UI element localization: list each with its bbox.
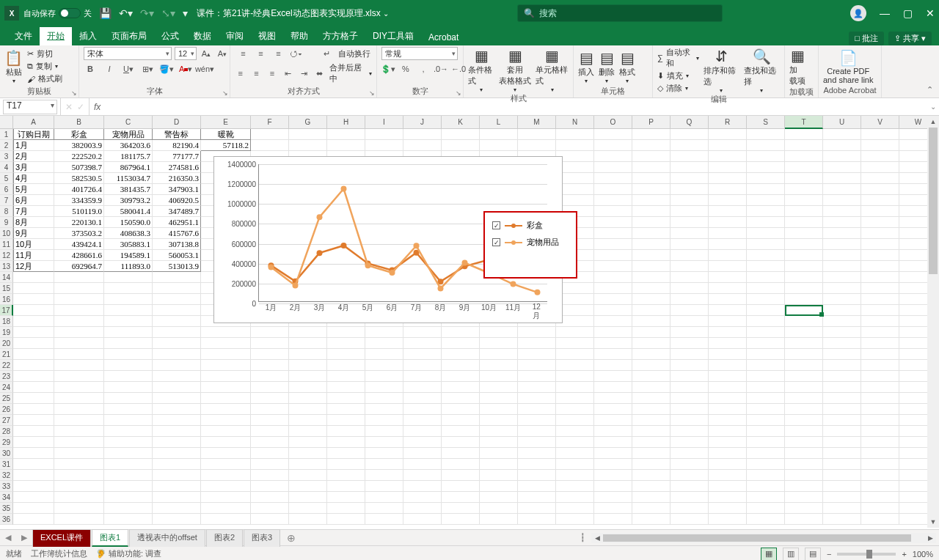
table-format-button[interactable]: ▦套用 表格格式▾ bbox=[499, 47, 531, 93]
col-header-E[interactable]: E bbox=[201, 116, 251, 129]
name-box[interactable]: T17 bbox=[3, 100, 57, 114]
sheet-tab-图表2[interactable]: 图表2 bbox=[206, 529, 243, 547]
row-header-11[interactable]: 11 bbox=[0, 239, 13, 250]
tab-文件[interactable]: 文件 bbox=[7, 27, 40, 45]
share-button[interactable]: ⇪ 共享 ▾ bbox=[888, 32, 932, 45]
zoom-out-icon[interactable]: − bbox=[827, 550, 831, 559]
legend-item-彩盒[interactable]: ✓彩盒 bbox=[492, 220, 569, 231]
row-header-26[interactable]: 26 bbox=[0, 404, 13, 415]
number-format-select[interactable]: 常规 bbox=[381, 47, 458, 60]
insert-cells-button[interactable]: ▤插入▾ bbox=[578, 49, 594, 84]
row-header-8[interactable]: 8 bbox=[0, 206, 13, 217]
row-header-7[interactable]: 7 bbox=[0, 195, 13, 206]
dialog-launcher-icon[interactable]: ↘ bbox=[456, 89, 461, 97]
col-header-P[interactable]: P bbox=[632, 116, 671, 129]
scroll-right-icon[interactable]: ▶ bbox=[924, 534, 936, 542]
percent-icon[interactable]: % bbox=[399, 62, 412, 75]
zoom-slider[interactable] bbox=[837, 553, 896, 556]
borders-icon[interactable]: ⊞▾ bbox=[141, 62, 154, 75]
format-painter-button[interactable]: 🖌格式刷 bbox=[27, 73, 62, 84]
grow-font-icon[interactable]: A▴ bbox=[200, 47, 213, 60]
search-input[interactable]: 🔍 搜索 bbox=[517, 4, 723, 22]
cell-styles-button[interactable]: ▦单元格样式▾ bbox=[536, 47, 569, 93]
maximize-icon[interactable]: ▢ bbox=[903, 7, 913, 19]
view-page-layout-icon[interactable]: ▥ bbox=[783, 548, 799, 561]
row-header-23[interactable]: 23 bbox=[0, 371, 13, 382]
cancel-formula-icon[interactable]: ✕ bbox=[65, 102, 73, 112]
fill-button[interactable]: ⬇填充▾ bbox=[657, 70, 699, 81]
sheet-tab-图表1[interactable]: 图表1 bbox=[92, 529, 128, 547]
col-header-K[interactable]: K bbox=[442, 116, 480, 129]
row-header-32[interactable]: 32 bbox=[0, 470, 13, 481]
col-header-O[interactable]: O bbox=[594, 116, 632, 129]
tab-帮助[interactable]: 帮助 bbox=[283, 27, 315, 45]
row-header-36[interactable]: 36 bbox=[0, 514, 13, 525]
redo-icon[interactable]: ↷▾ bbox=[140, 7, 154, 19]
currency-icon[interactable]: 💲▾ bbox=[381, 62, 395, 75]
status-a11y[interactable]: 🦻 辅助功能: 调查 bbox=[96, 548, 161, 559]
col-header-I[interactable]: I bbox=[365, 116, 403, 129]
paste-button[interactable]: 📋粘贴▾ bbox=[4, 49, 23, 84]
increase-decimal-icon[interactable]: .0→ bbox=[434, 62, 447, 75]
bold-icon[interactable]: B bbox=[84, 62, 97, 75]
col-header-B[interactable]: B bbox=[54, 116, 104, 129]
tab-DIY工具箱[interactable]: DIY工具箱 bbox=[365, 27, 421, 45]
phonetic-icon[interactable]: wén▾ bbox=[198, 62, 211, 75]
row-header-33[interactable]: 33 bbox=[0, 481, 13, 492]
status-workbook-stats[interactable]: 工作簿统计信息 bbox=[31, 548, 87, 559]
align-center-icon[interactable]: ≡ bbox=[251, 67, 263, 80]
col-header-G[interactable]: G bbox=[289, 116, 327, 129]
dialog-launcher-icon[interactable]: ↘ bbox=[71, 89, 77, 97]
fill-color-icon[interactable]: 🪣▾ bbox=[160, 62, 173, 75]
row-header-13[interactable]: 13 bbox=[0, 261, 13, 272]
row-header-28[interactable]: 28 bbox=[0, 426, 13, 437]
delete-cells-button[interactable]: ▤删除▾ bbox=[599, 49, 615, 84]
sheet-nav-next-icon[interactable]: ▶ bbox=[21, 533, 27, 542]
col-header-J[interactable]: J bbox=[403, 116, 442, 129]
undo-icon[interactable]: ↶▾ bbox=[119, 7, 133, 19]
expand-formula-bar-icon[interactable]: ⌄ bbox=[930, 103, 936, 111]
sheet-tab-透视表中的offset[interactable]: 透视表中的offset bbox=[129, 529, 205, 547]
italic-icon[interactable]: I bbox=[103, 62, 116, 75]
align-left-icon[interactable]: ≡ bbox=[235, 67, 246, 80]
zoom-in-icon[interactable]: + bbox=[902, 550, 906, 559]
row-header-4[interactable]: 4 bbox=[0, 162, 13, 173]
conditional-format-button[interactable]: ▦条件格式▾ bbox=[468, 47, 494, 93]
align-bottom-icon[interactable]: ≡ bbox=[272, 47, 285, 60]
row-header-5[interactable]: 5 bbox=[0, 173, 13, 184]
underline-icon[interactable]: U▾ bbox=[122, 62, 135, 75]
copy-button[interactable]: ⧉复制▾ bbox=[27, 61, 62, 72]
col-header-M[interactable]: M bbox=[518, 116, 556, 129]
align-middle-icon[interactable]: ≡ bbox=[255, 47, 268, 60]
horizontal-scrollbar[interactable]: ◀ ▶ bbox=[591, 533, 936, 543]
row-header-1[interactable]: 1 bbox=[0, 129, 13, 140]
row-header-9[interactable]: 9 bbox=[0, 217, 13, 228]
vertical-scrollbar[interactable]: ▲ ▼ bbox=[927, 116, 939, 528]
create-pdf-button[interactable]: 📄Create PDF and share link bbox=[823, 49, 874, 84]
col-header-L[interactable]: L bbox=[480, 116, 518, 129]
avatar[interactable]: 👤 bbox=[850, 5, 866, 21]
checkbox-icon[interactable]: ✓ bbox=[492, 238, 500, 246]
col-header-F[interactable]: F bbox=[251, 116, 289, 129]
orientation-icon[interactable]: ⭯▾ bbox=[290, 47, 303, 60]
minimize-icon[interactable]: — bbox=[880, 7, 890, 19]
scroll-down-icon[interactable]: ▼ bbox=[927, 516, 939, 528]
col-header-D[interactable]: D bbox=[153, 116, 201, 129]
row-header-19[interactable]: 19 bbox=[0, 327, 13, 338]
row-header-35[interactable]: 35 bbox=[0, 503, 13, 514]
autosum-button[interactable]: ∑自动求和▾ bbox=[657, 47, 699, 69]
row-header-14[interactable]: 14 bbox=[0, 272, 13, 283]
col-header-C[interactable]: C bbox=[104, 116, 153, 129]
col-header-N[interactable]: N bbox=[556, 116, 594, 129]
tab-方方格子[interactable]: 方方格子 bbox=[315, 27, 365, 45]
addins-button[interactable]: ▦加 载项 bbox=[789, 47, 805, 86]
dialog-launcher-icon[interactable]: ↘ bbox=[222, 89, 228, 97]
font-name-select[interactable]: 宋体 bbox=[84, 47, 172, 60]
shrink-font-icon[interactable]: A▾ bbox=[216, 47, 229, 60]
sheet-tab-图表3[interactable]: 图表3 bbox=[244, 529, 280, 547]
font-color-icon[interactable]: A▾ bbox=[179, 62, 192, 75]
tab-插入[interactable]: 插入 bbox=[72, 27, 104, 45]
row-header-17[interactable]: 17 bbox=[0, 305, 13, 316]
add-sheet-icon[interactable]: ⊕ bbox=[281, 532, 302, 544]
zoom-level[interactable]: 100% bbox=[913, 550, 933, 559]
